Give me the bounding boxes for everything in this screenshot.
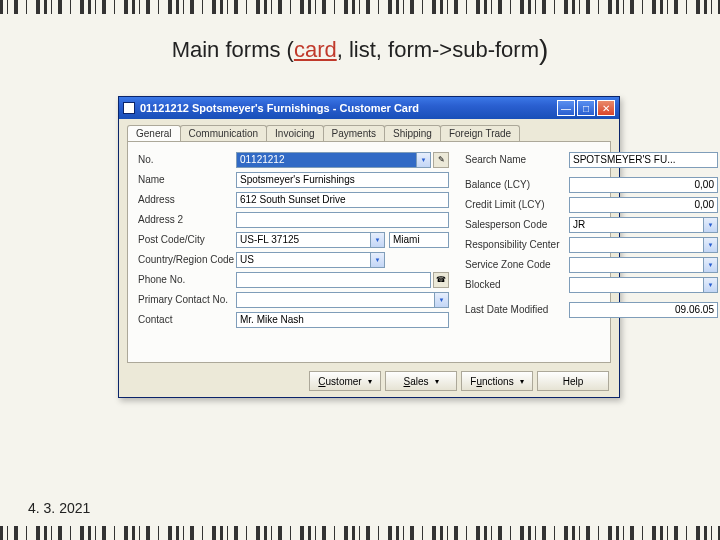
no-lookup[interactable] — [417, 152, 431, 168]
address2-field[interactable] — [236, 212, 449, 228]
respcenter-lookup[interactable] — [704, 237, 718, 253]
contact-field[interactable] — [236, 312, 449, 328]
label-primarycontact: Primary Contact No. — [138, 294, 236, 305]
tab-invoicing[interactable]: Invoicing — [266, 125, 323, 141]
window-title: 01121212 Spotsmeyer's Furnishings - Cust… — [140, 102, 557, 114]
salesperson-field[interactable] — [569, 217, 704, 233]
name-field[interactable] — [236, 172, 449, 188]
label-name: Name — [138, 174, 236, 185]
tab-general[interactable]: General — [127, 125, 181, 141]
maximize-button[interactable]: □ — [577, 100, 595, 116]
help-button[interactable]: Help — [537, 371, 609, 391]
postcode-lookup[interactable] — [371, 232, 385, 248]
salesperson-lookup[interactable] — [704, 217, 718, 233]
label-lastmodified: Last Date Modified — [465, 304, 569, 315]
label-country: Country/Region Code — [138, 254, 236, 265]
searchname-field[interactable] — [569, 152, 718, 168]
label-no: No. — [138, 154, 236, 165]
label-blocked: Blocked — [465, 279, 569, 290]
slide-date: 4. 3. 2021 — [28, 500, 90, 516]
country-field[interactable] — [236, 252, 371, 268]
footer-buttons: CCustomerustomer Sales Functions Help — [309, 371, 609, 391]
close-button[interactable]: ✕ — [597, 100, 615, 116]
country-lookup[interactable] — [371, 252, 385, 268]
no-edit-icon[interactable]: ✎ — [433, 152, 449, 168]
label-servicezone: Service Zone Code — [465, 259, 569, 270]
creditlimit-field[interactable] — [569, 197, 718, 213]
label-searchname: Search Name — [465, 154, 569, 165]
label-phone: Phone No. — [138, 274, 236, 285]
label-postcode: Post Code/City — [138, 234, 236, 245]
label-balance: Balance (LCY) — [465, 179, 569, 190]
lastmodified-field[interactable] — [569, 302, 718, 318]
customer-card-window: 01121212 Spotsmeyer's Furnishings - Cust… — [118, 96, 620, 398]
blocked-lookup[interactable] — [704, 277, 718, 293]
minimize-button[interactable]: — — [557, 100, 575, 116]
panel-general: No. ✎ Name Address Address 2 — [127, 141, 611, 363]
tab-shipping[interactable]: Shipping — [384, 125, 441, 141]
label-salesperson: Salesperson Code — [465, 219, 569, 230]
decorative-stripe-bottom — [0, 526, 720, 540]
tab-payments[interactable]: Payments — [323, 125, 385, 141]
servicezone-lookup[interactable] — [704, 257, 718, 273]
balance-field[interactable] — [569, 177, 718, 193]
functions-button[interactable]: Functions — [461, 371, 533, 391]
address-field[interactable] — [236, 192, 449, 208]
blocked-field[interactable] — [569, 277, 704, 293]
tab-communication[interactable]: Communication — [180, 125, 267, 141]
label-contact: Contact — [138, 314, 236, 325]
label-address: Address — [138, 194, 236, 205]
tabstrip: General Communication Invoicing Payments… — [127, 125, 611, 141]
servicezone-field[interactable] — [569, 257, 704, 273]
sales-button[interactable]: Sales — [385, 371, 457, 391]
phone-field[interactable] — [236, 272, 431, 288]
customer-button[interactable]: CCustomerustomer — [309, 371, 381, 391]
label-creditlimit: Credit Limit (LCY) — [465, 199, 569, 210]
postcode-field[interactable] — [236, 232, 371, 248]
app-icon — [123, 102, 135, 114]
slide-title: Main forms (card, list, form->sub-form) — [0, 34, 720, 66]
primarycontact-lookup[interactable] — [435, 292, 449, 308]
label-respcenter: Responsibility Center — [465, 239, 569, 250]
city-field[interactable] — [389, 232, 449, 248]
phone-icon[interactable]: ☎ — [433, 272, 449, 288]
label-address2: Address 2 — [138, 214, 236, 225]
decorative-stripe-top — [0, 0, 720, 14]
titlebar: 01121212 Spotsmeyer's Furnishings - Cust… — [119, 97, 619, 119]
primarycontact-field[interactable] — [236, 292, 435, 308]
tab-foreign-trade[interactable]: Foreign Trade — [440, 125, 520, 141]
no-field[interactable] — [236, 152, 417, 168]
respcenter-field[interactable] — [569, 237, 704, 253]
